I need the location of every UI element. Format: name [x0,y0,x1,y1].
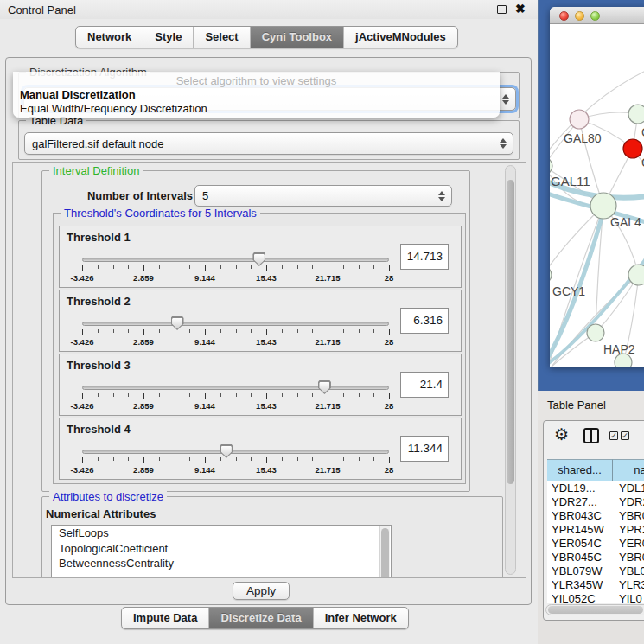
algorithm-option-manual[interactable]: Manual Discretization [13,87,500,101]
slider-track[interactable] [82,386,389,390]
slider-track[interactable] [82,258,389,262]
close-traffic-light[interactable] [559,11,569,21]
table-data-combobox[interactable]: galFiltered.sif default node [24,132,513,155]
threshold-slider[interactable]: -3.4262.8599.14415.4321.71528 [82,444,389,477]
right-side: GAL80 GA C GAL11 GAL4 GCY1 H HAP2 Table … [538,0,644,644]
threshold-slider[interactable]: -3.4262.8599.14415.4321.71528 [82,316,389,349]
cell-shared-name: YIL052C [547,592,613,603]
bottom-tab[interactable]: Discretize Data [209,608,313,628]
top-tab[interactable]: Cyni Toolbox [251,27,344,48]
list-scrollbar-thumb[interactable] [381,528,389,578]
tick-mark [82,457,83,463]
threshold-panel: Threshold 4 -3.4262.8599.14415.4321.7152… [59,418,462,480]
slider-thumb[interactable] [318,380,331,394]
tick-mark [159,329,160,333]
top-tab-label: jActiveMNodules [355,30,446,43]
slider-track[interactable] [82,450,389,454]
minimize-traffic-light[interactable] [575,11,584,21]
tick-mark [251,329,252,333]
tick-label: 9.144 [194,401,215,411]
table-row[interactable]: YDL19... YDL1 [547,481,644,495]
app-root: { "control_panel": { "title": "Control P… [0,0,644,644]
tick-label: 9.144 [194,273,215,283]
number-of-intervals-combobox[interactable]: 5 [194,185,452,207]
top-tab[interactable]: Select [194,27,250,48]
tick-mark [343,457,344,461]
tick-mark [205,329,206,335]
apply-button[interactable]: Apply [233,582,290,600]
algorithm-option-equal-width[interactable]: Equal Width/Frequency Discretization [13,101,500,115]
slider-tick-labels: -3.4262.8599.14415.4321.71528 [82,465,389,475]
float-window-icon[interactable] [497,5,507,14]
table-row[interactable]: YPR145W YPR1 [547,523,644,537]
tick-label: 15.43 [256,337,277,347]
attribute-list-item[interactable]: TopologicalCoefficient [52,541,391,557]
table-header-name[interactable]: na [613,459,644,481]
threshold-value-field[interactable]: 21.4 [400,372,449,398]
top-tab[interactable]: jActiveMNodules [344,27,457,48]
slider-thumb[interactable] [220,444,233,458]
tick-mark [236,265,237,269]
table-row[interactable]: YBL079W YBL0 [547,564,644,578]
threshold-value-field[interactable]: 6.316 [400,308,449,334]
tick-label: 15.43 [256,273,277,283]
tick-mark [373,265,374,269]
tick-mark [389,329,390,335]
cell-name: YIL0 [613,592,644,603]
table-row[interactable]: YIL052C YIL0 [547,592,644,603]
table-row[interactable]: YER054C YER0 [547,537,644,551]
gear-icon[interactable]: ⚙ [554,424,569,444]
slider-thumb[interactable] [171,316,184,330]
threshold-label: Threshold 1 [67,231,131,244]
table-scrollbar-thumb[interactable] [548,606,643,614]
network-canvas[interactable]: GAL80 GA C GAL11 GAL4 GCY1 H HAP2 [550,24,644,367]
table-row[interactable]: YBR043C YBR0 [547,509,644,523]
slider-thumb[interactable] [252,252,265,266]
attributes-to-discretize-group: Attributes to discretize Numerical Attri… [41,496,503,578]
bottom-tab[interactable]: Impute Data [122,608,209,628]
top-tab-label: Style [155,30,182,43]
close-icon[interactable]: ✖ [515,2,526,16]
checkbox-icon[interactable]: ✓ [621,431,629,440]
node-gal11 [550,157,552,175]
columns-icon[interactable] [583,428,599,443]
slider-tick-labels: -3.4262.8599.14415.4321.71528 [82,337,389,348]
threshold-value-field[interactable]: 11.344 [400,436,449,462]
slider-track[interactable] [82,322,389,326]
bottom-tab-label: Infer Network [325,611,397,624]
tick-mark [373,393,374,397]
threshold-slider[interactable]: -3.4262.8599.14415.4321.71528 [82,252,389,285]
node-label-gal4: GAL4 [610,215,641,229]
top-tab[interactable]: Network [76,27,143,48]
table-row[interactable]: YLR345W YLR3 [547,578,644,592]
attribute-list-item[interactable]: SelfLoops [52,526,391,541]
tick-mark [251,457,252,461]
threshold-panel: Threshold 3 -3.4262.8599.14415.4321.7152… [59,354,462,416]
combo-arrows-icon [502,94,509,105]
tick-mark [113,329,114,333]
settings-scrollbar-thumb[interactable] [507,180,514,484]
threshold-value-field[interactable]: 14.713 [400,244,449,270]
zoom-traffic-light[interactable] [590,11,600,21]
tick-mark [128,329,129,333]
checkbox-icon[interactable]: ✓ [609,431,618,440]
tick-mark [205,393,206,399]
tick-mark [220,265,221,269]
cell-name: YER0 [613,537,644,551]
network-window-titlebar[interactable] [550,7,644,24]
bottom-tab[interactable]: Infer Network [314,608,408,628]
tick-mark [82,265,83,271]
slider-ticks [82,265,389,273]
thresholds-coordinates-label: Threshold's Coordinates for 5 Intervals [61,207,260,220]
tick-mark [282,457,283,461]
tick-mark [282,393,283,397]
table-header-shared-name[interactable]: shared... [547,459,613,481]
attribute-list-item[interactable]: BetweennessCentrality [52,556,391,571]
table-row[interactable]: YBR045C YBR0 [547,551,644,564]
threshold-slider[interactable]: -3.4262.8599.14415.4321.71528 [82,380,389,413]
tick-mark [328,393,328,399]
cell-shared-name: YBR043C [547,509,613,523]
top-tab[interactable]: Style [143,27,194,48]
table-row[interactable]: YDR27... YDR2 [547,495,644,509]
table-data-group: Table Data galFiltered.sif default node [18,120,520,160]
